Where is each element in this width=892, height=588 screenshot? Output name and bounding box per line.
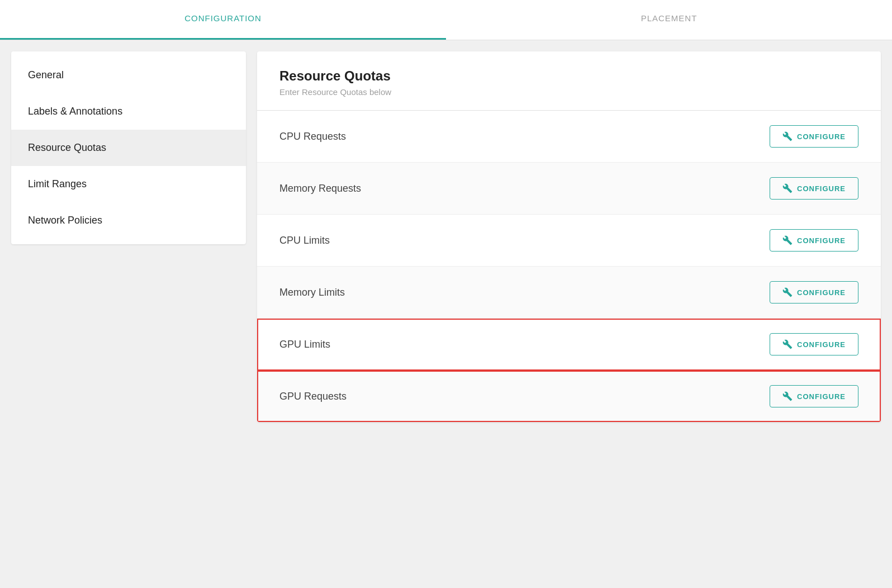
sidebar-item-network-policies[interactable]: Network Policies — [11, 202, 246, 239]
resource-row-cpu-limits: CPU Limits CONFIGURE — [257, 215, 881, 267]
sidebar-item-limit-ranges[interactable]: Limit Ranges — [11, 166, 246, 202]
wrench-icon — [782, 391, 793, 401]
resource-label-memory-limits: Memory Limits — [279, 287, 345, 298]
sidebar-item-labels-annotations[interactable]: Labels & Annotations — [11, 93, 246, 130]
resource-row-memory-limits: Memory Limits CONFIGURE — [257, 267, 881, 319]
tab-configuration[interactable]: CONFIGURATION — [0, 0, 446, 40]
configure-button-gpu-requests[interactable]: CONFIGURE — [770, 385, 858, 407]
wrench-icon — [782, 131, 793, 141]
resource-label-gpu-requests: GPU Requests — [279, 391, 347, 402]
tab-placement-label: PLACEMENT — [641, 13, 698, 23]
configure-button-memory-requests[interactable]: CONFIGURE — [770, 177, 858, 200]
wrench-icon — [782, 287, 793, 297]
main-content: General Labels & Annotations Resource Qu… — [0, 40, 892, 433]
configure-button-cpu-requests[interactable]: CONFIGURE — [770, 125, 858, 148]
resource-label-memory-requests: Memory Requests — [279, 183, 361, 195]
tab-configuration-label: CONFIGURATION — [184, 13, 262, 23]
configure-button-gpu-limits[interactable]: CONFIGURE — [770, 333, 858, 355]
resource-row-cpu-requests: CPU Requests CONFIGURE — [257, 111, 881, 163]
resource-row-gpu-requests: GPU Requests CONFIGURE — [257, 371, 881, 422]
tabs-bar: CONFIGURATION PLACEMENT — [0, 0, 892, 40]
resource-row-gpu-limits: GPU Limits CONFIGURE — [257, 319, 881, 371]
resource-label-cpu-requests: CPU Requests — [279, 131, 346, 143]
resource-label-cpu-limits: CPU Limits — [279, 235, 330, 246]
configure-button-cpu-limits[interactable]: CONFIGURE — [770, 229, 858, 252]
wrench-icon — [782, 339, 793, 349]
panel-header: Resource Quotas Enter Resource Quotas be… — [257, 51, 881, 111]
wrench-icon — [782, 235, 793, 245]
sidebar-item-resource-quotas[interactable]: Resource Quotas — [11, 130, 246, 166]
configure-button-memory-limits[interactable]: CONFIGURE — [770, 281, 858, 304]
sidebar: General Labels & Annotations Resource Qu… — [11, 51, 246, 244]
panel-title: Resource Quotas — [279, 68, 858, 84]
wrench-icon — [782, 183, 793, 193]
app-container: CONFIGURATION PLACEMENT General Labels &… — [0, 0, 892, 588]
resource-row-memory-requests: Memory Requests CONFIGURE — [257, 163, 881, 215]
content-panel: Resource Quotas Enter Resource Quotas be… — [257, 51, 881, 422]
sidebar-item-general[interactable]: General — [11, 57, 246, 93]
panel-subtitle: Enter Resource Quotas below — [279, 87, 858, 97]
tab-placement[interactable]: PLACEMENT — [446, 0, 892, 40]
resource-label-gpu-limits: GPU Limits — [279, 339, 330, 350]
